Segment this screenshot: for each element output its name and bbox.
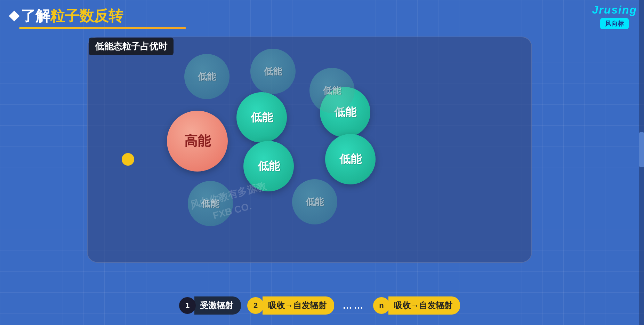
yellow-dot <box>122 153 134 166</box>
step-n: n 吸收→自发辐射 <box>373 296 460 315</box>
step-1-number: 1 <box>179 297 196 314</box>
title-bar: 了解粒子数反转 <box>10 6 123 26</box>
low-energy-particle-7: 低能 <box>243 141 294 191</box>
scrollbar-thumb[interactable] <box>639 132 644 167</box>
low-energy-particle-ghost-2: 低能 <box>250 49 296 94</box>
high-energy-particle: 高能 <box>167 111 228 172</box>
logo-brand: Jrusing <box>592 3 637 16</box>
step-2: 2 吸收→自发辐射 <box>247 296 334 315</box>
low-energy-particle-6: 低能 <box>325 134 376 184</box>
page-title: 了解粒子数反转 <box>21 6 123 26</box>
low-energy-particle-ghost-3: 低能 <box>184 54 230 99</box>
step-1: 1 受激辐射 <box>179 296 241 315</box>
step-n-label: 吸收→自发辐射 <box>388 296 460 315</box>
title-underline <box>19 27 186 29</box>
low-energy-particle-ghost-4: 低能 <box>309 68 355 113</box>
title-diamond-icon <box>9 10 19 21</box>
logo-tag: 风向标 <box>600 18 629 29</box>
main-content-box <box>87 37 532 263</box>
step-n-number: n <box>373 297 390 314</box>
state-label: 低能态粒子占优时 <box>89 38 174 55</box>
low-energy-particle-ghost-9: 低能 <box>292 179 337 224</box>
step-dots: …… <box>343 300 365 311</box>
step-2-number: 2 <box>247 297 264 314</box>
step-1-label: 受激辐射 <box>194 296 241 315</box>
low-energy-particle-ghost-8: 低能 <box>188 181 233 226</box>
scrollbar[interactable] <box>639 0 644 325</box>
bottom-steps-bar: 1 受激辐射 2 吸收→自发辐射 …… n 吸收→自发辐射 <box>0 296 639 315</box>
low-energy-particle-1: 低能 <box>236 92 287 143</box>
step-2-label: 吸收→自发辐射 <box>263 296 334 315</box>
logo-area: Jrusing 风向标 <box>592 3 637 29</box>
